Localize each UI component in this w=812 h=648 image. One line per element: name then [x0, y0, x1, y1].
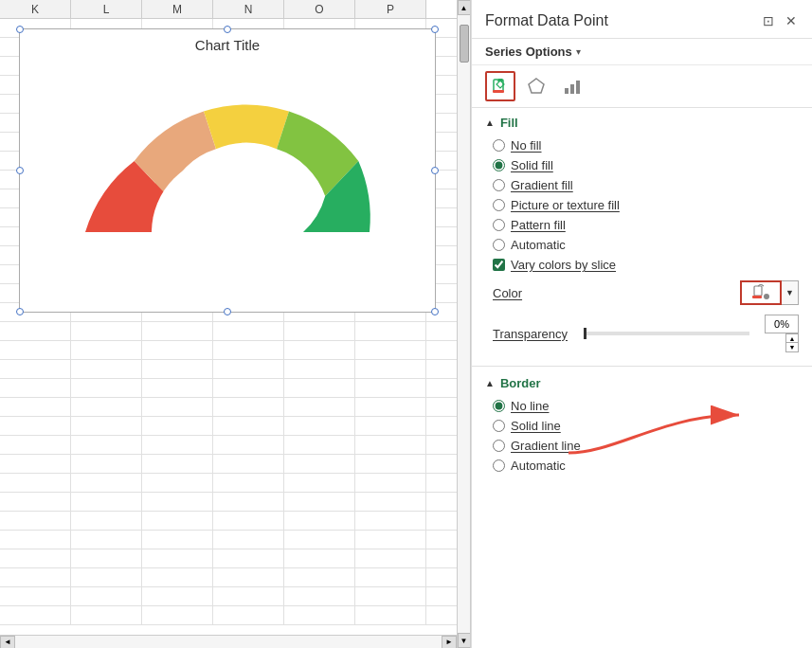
transparency-slider-track[interactable] [584, 332, 749, 335]
grid-cell[interactable] [284, 493, 355, 512]
grid-cell[interactable] [142, 455, 213, 474]
grid-cell[interactable] [213, 587, 284, 606]
grid-cell[interactable] [71, 379, 142, 398]
grid-cell[interactable] [142, 341, 213, 360]
grid-row[interactable] [0, 360, 470, 379]
grid-cell[interactable] [71, 417, 142, 436]
grid-cell[interactable] [355, 398, 426, 417]
grid-cell[interactable] [213, 493, 284, 512]
grid-cell[interactable] [355, 417, 426, 436]
grid-cell[interactable] [284, 379, 355, 398]
grid-cell[interactable] [0, 512, 71, 531]
resize-handle-right[interactable] [431, 167, 439, 174]
resize-handle-br[interactable] [431, 308, 439, 315]
grid-cell[interactable] [142, 474, 213, 493]
grid-cell[interactable] [284, 568, 355, 587]
solid-line-radio[interactable] [493, 420, 505, 432]
no-fill-option[interactable]: No fill [493, 135, 799, 155]
chart-container[interactable]: Chart Title [19, 28, 436, 313]
grid-cell[interactable] [71, 549, 142, 568]
grid-cell[interactable] [71, 436, 142, 455]
grid-cell[interactable] [284, 474, 355, 493]
grid-cell[interactable] [284, 549, 355, 568]
grid-cell[interactable] [213, 417, 284, 436]
picture-fill-radio[interactable] [493, 199, 505, 211]
grid-cell[interactable] [142, 606, 213, 625]
grid-cell[interactable] [284, 322, 355, 341]
grid-cell[interactable] [71, 398, 142, 417]
effects-tab[interactable] [521, 71, 551, 101]
grid-cell[interactable] [284, 512, 355, 531]
resize-handle-tr[interactable] [431, 26, 439, 33]
scroll-up-btn[interactable]: ▲ [458, 0, 471, 15]
pattern-fill-option[interactable]: Pattern fill [493, 215, 799, 235]
gradient-line-option[interactable]: Gradient line [493, 436, 799, 456]
grid-cell[interactable] [355, 568, 426, 587]
grid-cell[interactable] [355, 436, 426, 455]
grid-cell[interactable] [142, 587, 213, 606]
transparency-value[interactable]: 0% [765, 315, 799, 333]
no-line-radio[interactable] [493, 400, 505, 412]
fill-line-tab[interactable] [485, 71, 515, 101]
grid-cell[interactable] [213, 379, 284, 398]
grid-cell[interactable] [0, 417, 71, 436]
grid-row[interactable] [0, 512, 470, 531]
grid-cell[interactable] [142, 398, 213, 417]
grid-cell[interactable] [213, 398, 284, 417]
gradient-line-radio[interactable] [493, 440, 505, 452]
series-dropdown-icon[interactable]: ▾ [576, 46, 581, 57]
grid-cell[interactable] [142, 436, 213, 455]
color-picker-btn[interactable] [740, 280, 782, 305]
grid-cell[interactable] [355, 379, 426, 398]
grid-cell[interactable] [284, 531, 355, 549]
grid-cell[interactable] [284, 606, 355, 625]
grid-cell[interactable] [213, 341, 284, 360]
series-options-tab[interactable] [557, 71, 587, 101]
grid-cell[interactable] [355, 587, 426, 606]
grid-cell[interactable] [71, 606, 142, 625]
grid-cell[interactable] [71, 587, 142, 606]
fill-section-header[interactable]: ▲ Fill [472, 108, 812, 134]
grid-cell[interactable] [0, 531, 71, 549]
grid-cell[interactable] [142, 568, 213, 587]
grid-row[interactable] [0, 568, 470, 587]
grid-cell[interactable] [284, 436, 355, 455]
grid-cell[interactable] [213, 512, 284, 531]
grid-cell[interactable] [0, 568, 71, 587]
panel-resize-btn[interactable]: ⊡ [761, 11, 776, 30]
grid-cell[interactable] [0, 549, 71, 568]
resize-handle-left[interactable] [16, 167, 24, 174]
grid-cell[interactable] [142, 360, 213, 379]
grid-cell[interactable] [71, 322, 142, 341]
grid-cell[interactable] [0, 379, 71, 398]
grid-cell[interactable] [142, 417, 213, 436]
vary-colors-option[interactable]: Vary colors by slice [493, 255, 799, 275]
grid-cell[interactable] [213, 549, 284, 568]
grid-cell[interactable] [142, 379, 213, 398]
grid-cell[interactable] [0, 436, 71, 455]
grid-cell[interactable] [0, 606, 71, 625]
grid-cell[interactable] [355, 606, 426, 625]
grid-cell[interactable] [71, 360, 142, 379]
grid-cell[interactable] [0, 398, 71, 417]
grid-cell[interactable] [71, 493, 142, 512]
grid-row[interactable] [0, 493, 470, 512]
grid-cell[interactable] [213, 360, 284, 379]
gradient-fill-option[interactable]: Gradient fill [493, 175, 799, 195]
grid-cell[interactable] [213, 322, 284, 341]
automatic-fill-radio[interactable] [493, 239, 505, 251]
grid-cell[interactable] [355, 341, 426, 360]
picture-fill-option[interactable]: Picture or texture fill [493, 195, 799, 215]
scroll-left-btn[interactable]: ◄ [0, 636, 15, 649]
grid-cell[interactable] [0, 341, 71, 360]
color-dropdown-btn[interactable]: ▼ [782, 280, 799, 305]
grid-cell[interactable] [142, 512, 213, 531]
grid-row[interactable] [0, 398, 470, 417]
automatic-line-option[interactable]: Automatic [493, 456, 799, 476]
grid-cell[interactable] [0, 587, 71, 606]
grid-cell[interactable] [142, 549, 213, 568]
resize-handle-tl[interactable] [16, 26, 24, 33]
grid-cell[interactable] [213, 474, 284, 493]
series-options-bar[interactable]: Series Options ▾ [472, 39, 812, 65]
scroll-down-btn[interactable]: ▼ [458, 633, 471, 648]
